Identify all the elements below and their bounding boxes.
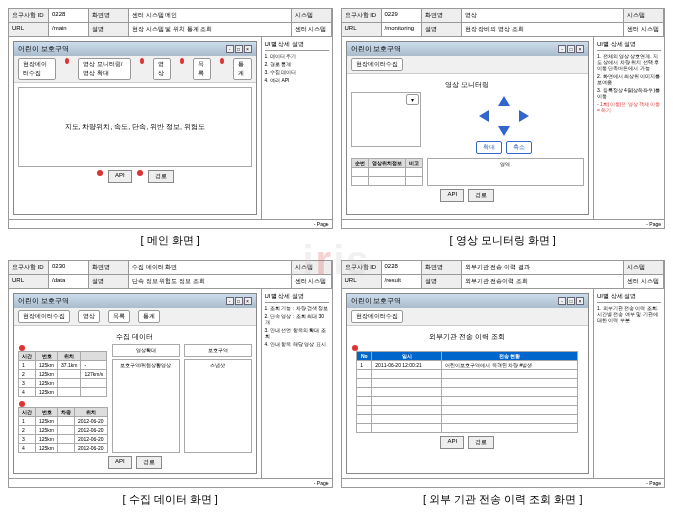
spec-monitoring: 요구사항 ID 0229 화면명 영상 시스템 URL /monitoring …	[341, 8, 666, 229]
dropdown[interactable]: ▾	[406, 94, 419, 105]
tab-item[interactable]: 현장데이터수집	[351, 310, 403, 323]
cell-data: 요구사항 ID 0230 화면명 수집 데이터 화면 시스템 URL /data…	[8, 260, 333, 511]
minimize-button[interactable]: -	[558, 45, 566, 53]
val-screen: 수집 데이터 화면	[129, 261, 292, 274]
subtitle: 수집 데이터	[18, 332, 252, 342]
caption: [ 영상 모니터링 화면 ]	[341, 229, 666, 252]
page-footer: - Page	[9, 219, 332, 228]
api-button[interactable]: API	[108, 170, 132, 183]
map-placeholder: 지도, 차량위치, 속도, 단속, 위반 정보, 위험도	[18, 87, 252, 167]
cell-monitoring: 요구사항 ID 0229 화면명 영상 시스템 URL /monitoring …	[341, 8, 666, 252]
label-screen: 화면명	[89, 9, 129, 22]
tab-item[interactable]: 영상	[153, 58, 171, 80]
history-table: No일시전송 현황 12011-06-20 12:00:21어린이보호구역에서 …	[356, 351, 578, 433]
table-row[interactable]: 4125km	[19, 387, 107, 396]
table-row[interactable]	[357, 396, 578, 405]
val-desc: 단속 정보 위험도 정보 조회	[129, 275, 292, 288]
spec-main: 요구사항 ID 0228 화면명 센터 시스템 메인 시스템 URL /main…	[8, 8, 333, 229]
route-button[interactable]: 경로	[468, 436, 494, 449]
zoom-out-button[interactable]: 축소	[506, 141, 532, 154]
api-button[interactable]: API	[108, 456, 132, 469]
tab-item[interactable]: 영상	[78, 310, 100, 323]
table-row[interactable]: 2125km2012-06-20	[19, 426, 108, 435]
val-system: 센터 시스템	[624, 275, 664, 288]
tab-item[interactable]: 현장데이터수집	[18, 58, 56, 80]
marker-icon	[180, 58, 184, 64]
table-row[interactable]	[357, 414, 578, 423]
panel: 보호구역	[184, 344, 252, 357]
tab-item[interactable]: 통계	[138, 310, 160, 323]
maximize-button[interactable]: □	[235, 45, 243, 53]
close-button[interactable]: ×	[244, 297, 252, 305]
table-row[interactable]	[357, 405, 578, 414]
zoom-in-button[interactable]: 확대	[476, 141, 502, 154]
table-row[interactable]	[357, 369, 578, 378]
table-row[interactable]: 3125km2012-06-20	[19, 435, 108, 444]
val-req-id: 0228	[49, 9, 89, 22]
marker-icon	[19, 345, 25, 351]
side-panel: 영역	[427, 158, 585, 186]
tab-item[interactable]: 현장데이터수집	[351, 58, 403, 71]
table-row[interactable]	[357, 387, 578, 396]
tab-item[interactable]: 현장데이터수집	[18, 310, 70, 323]
arrow-up-icon[interactable]	[498, 96, 510, 106]
table-row[interactable]	[357, 423, 578, 432]
note-item: 3. 수집 데이터	[265, 69, 329, 75]
maximize-button[interactable]: □	[567, 45, 575, 53]
note-item: 1. 외부기관 전송 이력 조회. 시간별 전송 여부 및 기관에 대한 이력 …	[597, 305, 661, 323]
tab-item[interactable]: 목록	[193, 58, 211, 80]
panel: 영상확대	[112, 344, 180, 357]
cell-main: 요구사항 ID 0228 화면명 센터 시스템 메인 시스템 URL /main…	[8, 8, 333, 252]
mockup-main: 어린이 보호구역 - □ × 현장데이터수집 영상 모니터링/영상 확대	[9, 37, 262, 219]
table-row[interactable]: 3125km	[19, 378, 107, 387]
minimize-button[interactable]: -	[226, 297, 234, 305]
notes-header: UI별 상세 설명	[265, 40, 329, 51]
app-title: 어린이 보호구역	[18, 296, 69, 306]
table-row[interactable]: 12011-06-20 12:00:21어린이보호구역에서 목격된 차량 #발생	[357, 360, 578, 369]
maximize-button[interactable]: □	[567, 297, 575, 305]
arrow-down-icon[interactable]	[498, 126, 510, 136]
marker-icon	[140, 58, 144, 64]
app-title: 어린이 보호구역	[351, 44, 402, 54]
close-button[interactable]: ×	[244, 45, 252, 53]
val-system: 센터 시스템	[292, 275, 332, 288]
close-button[interactable]: ×	[576, 297, 584, 305]
val-screen: 외부기관 전송 이력 결과	[462, 261, 625, 274]
tab-item[interactable]: 목록	[108, 310, 130, 323]
table-row[interactable]	[357, 378, 578, 387]
route-button[interactable]: 경로	[136, 456, 162, 469]
minimize-button[interactable]: -	[558, 297, 566, 305]
subtitle: 외부기관 전송 이력 조회	[351, 332, 585, 342]
table-row[interactable]	[351, 177, 422, 186]
table-row[interactable]	[351, 168, 422, 177]
panel: 스냅샷	[184, 359, 252, 453]
minimize-button[interactable]: -	[226, 45, 234, 53]
val-desc: 외부기관 전송이력 조회	[462, 275, 625, 288]
val-system: 센터 시스템	[624, 23, 664, 36]
api-button[interactable]: API	[440, 189, 464, 202]
close-button[interactable]: ×	[576, 45, 584, 53]
tab-item[interactable]: 영상 모니터링/영상 확대	[78, 58, 131, 80]
label-url: URL	[9, 23, 49, 36]
mini-table: 순번영상위치정보비고	[351, 158, 423, 186]
notes-panel: UI별 상세 설명 1. 데이터 주기 2. 경로 통계 3. 수집 데이터 4…	[262, 37, 332, 219]
panel: 보호구역/위험상황영상	[112, 359, 180, 453]
subtitle: 영상 모니터링	[351, 80, 585, 90]
marker-icon	[352, 345, 358, 351]
table-row[interactable]: 1125km2012-06-20	[19, 417, 108, 426]
table-row[interactable]: 2125km127km/s	[19, 369, 107, 378]
tab-item[interactable]: 통계	[233, 58, 251, 80]
route-button[interactable]: 경로	[148, 170, 174, 183]
arrow-left-icon[interactable]	[479, 110, 489, 122]
note-item: 4. 안내 항목 해당 영상 표시	[265, 341, 329, 347]
window: 어린이 보호구역 - □ × 현장데이터수집 영상 모니터링/영상 확대	[13, 41, 257, 215]
api-button[interactable]: API	[440, 436, 464, 449]
route-button[interactable]: 경로	[468, 189, 494, 202]
arrow-right-icon[interactable]	[519, 110, 529, 122]
table-row[interactable]: 1125km37.1km-	[19, 360, 107, 369]
table-row[interactable]: 4125km2012-06-20	[19, 444, 108, 453]
caption: [ 외부 기관 전송 이력 조회 화면 ]	[341, 488, 666, 511]
note-item: 2. 단속 영상 : 조회 최대 30개	[265, 313, 329, 325]
maximize-button[interactable]: □	[235, 297, 243, 305]
label-desc: 설명	[89, 23, 129, 36]
